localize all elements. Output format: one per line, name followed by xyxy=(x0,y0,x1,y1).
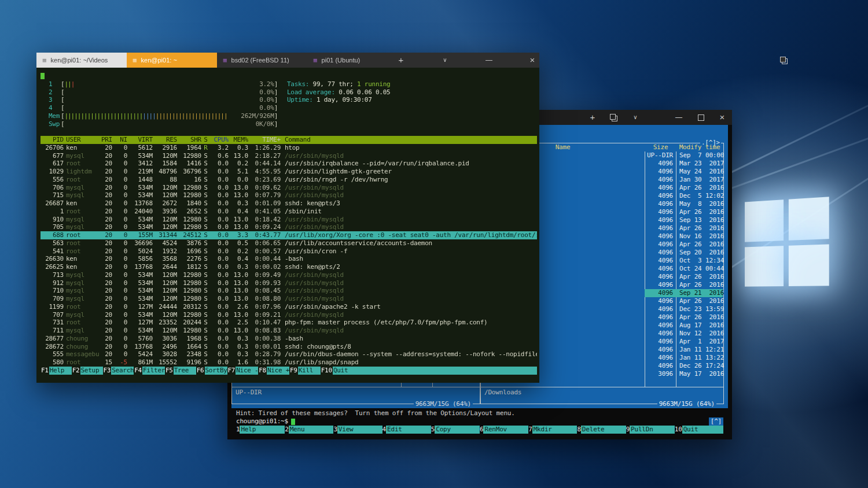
mc-fkey-1[interactable]: 1Help xyxy=(236,426,285,434)
process-row-26687[interactable]: 26687ken2001376826721840S0.00.30:01.09ss… xyxy=(41,199,537,208)
fkey-f10[interactable]: F10Quit xyxy=(321,367,355,375)
shell-prompt: choung@pi01:~$ xyxy=(236,417,288,426)
htop-process-list: 26706ken200561229161964R3.20.31:26.29hto… xyxy=(41,144,537,367)
column-header-virt[interactable]: VIRT xyxy=(127,136,153,144)
column-header-size[interactable]: Size xyxy=(645,143,676,151)
fkey-f9[interactable]: F9Kill xyxy=(289,367,321,375)
process-row-706[interactable]: 706mysql200534M120M12980S0.013.00:09.62/… xyxy=(41,184,537,192)
close-button[interactable]: × xyxy=(715,110,730,125)
column-header-pid[interactable]: PID xyxy=(41,136,64,144)
process-row-26630[interactable]: 26630ken200585635682276S0.00.40:00.44-ba… xyxy=(41,255,537,263)
shell-prompt-line[interactable]: choung@pi01:~$ [^] xyxy=(236,417,723,426)
terminal-window-htop: ≡ken@pi01: ~/Videos≡ken@pi01: ~≡bsd02 (F… xyxy=(36,53,539,383)
column-header-user[interactable]: USER xyxy=(64,136,100,144)
process-row-713[interactable]: 713mysql200534M120M12980S0.013.00:09.49/… xyxy=(41,271,537,279)
htop-info-row: Tasks: 99, 77 thr; 1 running xyxy=(287,80,537,88)
mc-fkey-3[interactable]: 3View xyxy=(333,426,382,434)
process-row-26706[interactable]: 26706ken200561229161964R3.20.31:26.29hto… xyxy=(41,144,537,152)
htop-titlebar[interactable]: ≡ken@pi01: ~/Videos≡ken@pi01: ~≡bsd02 (F… xyxy=(36,53,539,68)
terminal-cursor-line xyxy=(41,72,537,80)
fkey-f1[interactable]: F1Help xyxy=(41,367,72,375)
minimize-button[interactable]: — xyxy=(481,53,496,68)
panels-toggle-badge[interactable]: [^] xyxy=(709,417,723,426)
fkey-f2[interactable]: F2Setup xyxy=(72,367,103,375)
tab-menu-icon[interactable]: ≡ xyxy=(133,57,137,64)
column-header-cpu[interactable]: CPU% xyxy=(210,136,229,144)
process-row-1029[interactable]: 1029lightdm200219M4879636796S0.05.14:55.… xyxy=(41,168,537,176)
chevron-down-icon[interactable]: ∨ xyxy=(628,110,643,125)
new-tab-button[interactable]: + xyxy=(585,110,600,125)
process-row-541[interactable]: 541root200502419321696S0.00.20:00.57/usr… xyxy=(41,247,537,256)
tab-menu-icon[interactable]: ≡ xyxy=(223,57,227,64)
mc-left-freespace: 9663M/15G (64%) xyxy=(414,400,473,408)
column-header-res[interactable]: RES xyxy=(153,136,177,144)
process-row-556[interactable]: 556root20014488816S0.00.00:23.69/usr/sbi… xyxy=(41,176,537,184)
tab-label: ken@pi01: ~/Videos xyxy=(51,57,108,64)
htop-table-header: PIDUSERPRINIVIRTRESSHRSCPU%MEM%TIME+Comm… xyxy=(41,136,537,144)
process-row-26625[interactable]: 26625ken2001376826441812S0.00.30:00.02ss… xyxy=(41,263,537,271)
process-row-688[interactable]: 688root200155M3134424512S0.03.30:43.77/u… xyxy=(41,231,537,239)
close-button[interactable]: × xyxy=(525,53,540,68)
process-row-705[interactable]: 705mysql200534M120M12980S0.013.00:09.24/… xyxy=(41,223,537,231)
mc-fkey-2[interactable]: 2Menu xyxy=(285,426,333,434)
tab-pi01-ubuntu[interactable]: ≡pi01 (Ubuntu) xyxy=(307,53,398,68)
process-row-707[interactable]: 707mysql200534M120M12980S0.013.00:09.21/… xyxy=(41,311,537,319)
mc-fkey-9[interactable]: 9PullDn xyxy=(626,426,675,434)
fkey-f8[interactable]: F8Nice + xyxy=(258,367,289,375)
process-row-710[interactable]: 710mysql200534M120M12980S0.013.00:08.45/… xyxy=(41,287,537,295)
ministatus-separator xyxy=(481,387,723,387)
htop-meters: 1[|||3.2%]2[0.0%]3[0.0%]4[0.0%]Mem[|||||… xyxy=(41,80,537,128)
process-row-617[interactable]: 617root200341215841416S0.00.20:44.14/usr… xyxy=(41,160,537,168)
fkey-f5[interactable]: F5Tree xyxy=(165,367,196,375)
column-header-shr[interactable]: SHR xyxy=(177,136,201,144)
memory-meter: Mem[||||||||||||||||||||||||||||||||||||… xyxy=(49,112,278,120)
process-row-1199[interactable]: 1199root200127M2444420312S0.02.60:07.96/… xyxy=(41,303,537,311)
process-row-555[interactable]: 555messagebu200542430282348S0.00.30:28.7… xyxy=(41,350,537,358)
tab-ken-pi01[interactable]: ≡ken@pi01: ~ xyxy=(127,53,217,68)
mc-fkey-7[interactable]: 7Mkdir xyxy=(528,426,577,434)
tab-bsd02-freebsd-11[interactable]: ≡bsd02 (FreeBSD 11) xyxy=(217,53,307,68)
mc-fkey-6[interactable]: 6RenMov xyxy=(480,426,528,434)
mc-shell-area: Hint: Tired of these messages? Turn them… xyxy=(231,408,728,438)
column-header-ni[interactable]: NI xyxy=(112,136,127,144)
mc-fkey-8[interactable]: 8Delete xyxy=(577,426,626,434)
process-row-731[interactable]: 731root200127M2335220244S0.02.50:10.47ph… xyxy=(41,319,537,327)
chevron-down-icon[interactable]: ∨ xyxy=(437,53,453,68)
fkey-f3[interactable]: F3Search xyxy=(103,367,134,375)
column-header-cmd[interactable]: Command xyxy=(281,136,537,144)
fkey-f6[interactable]: F6SortBy xyxy=(196,367,227,375)
mc-fkey-10[interactable]: 10Quit xyxy=(675,426,723,434)
duplicate-tab-icon[interactable] xyxy=(777,53,792,68)
column-header-pri[interactable]: PRI xyxy=(100,136,112,144)
tab-menu-icon[interactable]: ≡ xyxy=(42,57,47,64)
process-row-912[interactable]: 912mysql200534M120M12980S0.013.00:09.93/… xyxy=(41,279,537,287)
column-header-mtime[interactable]: Modify time xyxy=(676,143,723,151)
blank-line xyxy=(41,128,537,136)
tab-menu-icon[interactable]: ≡ xyxy=(313,57,318,64)
process-row-28677[interactable]: 28677choung200576030361968S0.00.30:00.38… xyxy=(41,335,537,343)
htop-terminal[interactable]: 1[|||3.2%]2[0.0%]3[0.0%]4[0.0%]Mem[|||||… xyxy=(36,68,539,383)
column-header-tm[interactable]: TIME+ xyxy=(248,136,281,144)
mc-fkey-4[interactable]: 4Edit xyxy=(382,426,431,434)
process-row-563[interactable]: 563root2003669645243876S0.00.50:06.65/us… xyxy=(41,239,537,247)
tab-label: bsd02 (FreeBSD 11) xyxy=(231,57,289,64)
fkey-f4[interactable]: F4Filter xyxy=(134,367,165,375)
mc-fkey-5[interactable]: 5Copy xyxy=(431,426,480,434)
htop-info-row: Load average: 0.06 0.06 0.05 xyxy=(287,88,537,97)
column-header-st[interactable]: S xyxy=(201,136,210,144)
process-row-580[interactable]: 580root15-5861M155529196S0.01.60:31.98/u… xyxy=(41,358,537,367)
column-header-mem[interactable]: MEM% xyxy=(229,136,248,144)
new-tab-button[interactable]: + xyxy=(393,53,409,68)
minimize-button[interactable]: — xyxy=(671,110,686,125)
process-row-910[interactable]: 910mysql200534M120M12980S0.013.00:18.42/… xyxy=(41,216,537,224)
fkey-f7[interactable]: F7Nice - xyxy=(227,367,259,375)
process-row-1[interactable]: 1root2002404039362652S0.00.40:41.05/sbin… xyxy=(41,208,537,216)
process-row-711[interactable]: 711mysql200534M120M12980S0.013.00:08.83/… xyxy=(41,327,537,335)
process-row-715[interactable]: 715mysql200534M120M12980S0.013.00:07.79/… xyxy=(41,191,537,199)
cpu1-meter: 1[|||3.2%] xyxy=(49,80,278,88)
tab-ken-pi01-videos[interactable]: ≡ken@pi01: ~/Videos xyxy=(36,53,127,68)
process-row-709[interactable]: 709mysql200534M120M12980S0.013.00:08.80/… xyxy=(41,295,537,303)
terminal-cursor xyxy=(291,419,295,425)
process-row-677[interactable]: 677mysql200534M120M12980S0.613.02:18.27/… xyxy=(41,152,537,160)
process-row-28672[interactable]: 28672choung2001376824961664S0.00.30:00.0… xyxy=(41,343,537,351)
